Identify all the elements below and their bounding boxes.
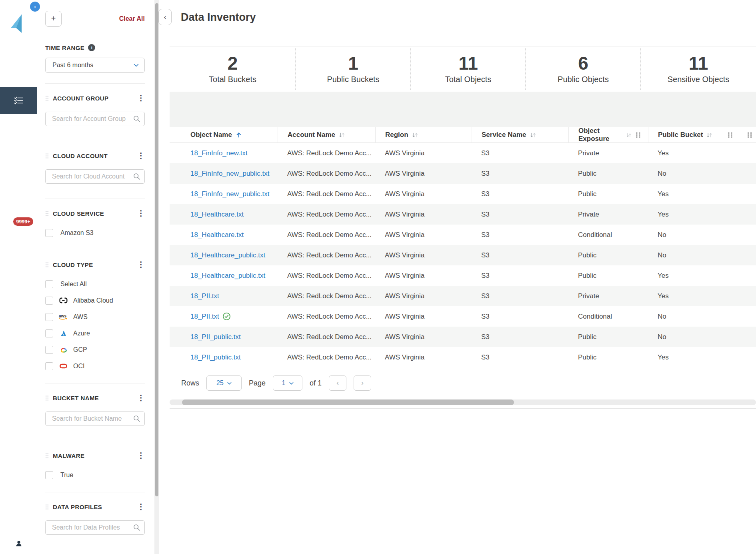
filter-search-input[interactable] xyxy=(45,520,145,535)
cell-region: AWS Virginia xyxy=(375,245,472,265)
kebab-menu-icon[interactable]: ⋮ xyxy=(137,395,145,401)
collapse-filter-panel-button[interactable]: ‹ xyxy=(158,9,172,25)
cell-account-name: AWS: RedLock Demo Acc... xyxy=(278,143,375,163)
cell-region: AWS Virginia xyxy=(375,347,472,367)
sidebar-item-compute[interactable] xyxy=(0,253,37,281)
sidebar-item-network[interactable] xyxy=(0,287,37,314)
cell-object-exposure: Private xyxy=(568,204,648,225)
filter-option-azure[interactable]: Azure xyxy=(45,325,145,341)
page-select[interactable]: 1 xyxy=(273,375,302,391)
filter-option-aws[interactable]: awsAWS xyxy=(45,309,145,325)
filter-search-input[interactable] xyxy=(45,112,145,126)
object-name-link[interactable]: 18_Healthcare.txt xyxy=(190,231,244,239)
previous-page-button[interactable]: ‹ xyxy=(329,375,346,391)
column-header-extra[interactable] xyxy=(740,127,756,143)
column-header-object-exposure[interactable]: Object Exposure xyxy=(568,127,648,143)
sidebar-item-search[interactable] xyxy=(0,120,37,147)
filter-option-select-all[interactable]: Select All xyxy=(45,276,145,292)
drag-handle-icon[interactable] xyxy=(45,395,49,401)
aws-icon: aws xyxy=(58,313,68,320)
stat-value: 11 xyxy=(458,54,478,72)
kebab-menu-icon[interactable]: ⋮ xyxy=(137,262,145,267)
kebab-menu-icon[interactable]: ⋮ xyxy=(137,211,145,216)
checkbox[interactable] xyxy=(45,229,53,237)
time-range-select[interactable]: Past 6 months xyxy=(45,58,145,73)
sidebar-item-inventory[interactable] xyxy=(0,87,37,114)
support-icon xyxy=(13,510,24,521)
object-name-link[interactable]: 18_Healthcare.txt xyxy=(190,211,244,219)
filter-option-gcp[interactable]: GCP xyxy=(45,341,145,358)
column-drag-handle-icon[interactable] xyxy=(635,131,642,138)
filter-search-input[interactable] xyxy=(45,411,145,426)
table-row: 18_PII.txt AWS: RedLock Demo Acc... AWS … xyxy=(170,306,756,327)
drag-handle-icon[interactable] xyxy=(45,95,49,101)
checkbox[interactable] xyxy=(45,362,53,370)
sidebar-item-profile[interactable] xyxy=(0,530,37,554)
object-name-link[interactable]: 18_PII_public.txt xyxy=(190,333,241,341)
rows-per-page-select[interactable]: 25 xyxy=(206,375,242,391)
add-filter-button[interactable]: + xyxy=(45,11,62,27)
column-header-object-name[interactable]: Object Name xyxy=(170,127,278,143)
column-header-public-bucket[interactable]: Public Bucket xyxy=(648,127,740,143)
filter-section-malware: MALWARE ⋮ True xyxy=(45,441,145,492)
kebab-menu-icon[interactable]: ⋮ xyxy=(137,504,145,510)
column-drag-handle-icon[interactable] xyxy=(746,131,753,138)
sidebar-item-compliance[interactable] xyxy=(0,154,37,181)
sidebar-item-reports[interactable] xyxy=(0,187,37,214)
checkbox[interactable] xyxy=(45,280,53,288)
kebab-menu-icon[interactable]: ⋮ xyxy=(137,453,145,458)
expand-panel-badge[interactable]: › xyxy=(30,2,40,12)
stat-total-buckets: 2 Total Buckets xyxy=(170,46,296,92)
time-range-filter: TIME RANGE i Past 6 months xyxy=(45,35,145,83)
cell-object-name: 18_Healthcare.txt xyxy=(170,225,278,245)
checkbox[interactable] xyxy=(45,346,53,354)
filter-option-alibaba-cloud[interactable]: Alibaba Cloud xyxy=(45,292,145,309)
option-label: Alibaba Cloud xyxy=(73,297,113,304)
cell-region: AWS Virginia xyxy=(375,286,472,306)
sidebar-item-access-keys[interactable] xyxy=(0,474,37,501)
object-name-link[interactable]: 18_Healthcare_public.txt xyxy=(190,272,265,280)
object-name-link[interactable]: 18_PII.txt xyxy=(190,313,219,321)
sidebar-item-support[interactable] xyxy=(0,502,37,529)
object-name-link[interactable]: 18_FinInfo_new_public.txt xyxy=(190,190,270,198)
filter-option-amazon-s3[interactable]: Amazon S3 xyxy=(45,225,145,241)
kebab-menu-icon[interactable]: ⋮ xyxy=(137,153,145,159)
drag-handle-icon[interactable] xyxy=(45,153,49,159)
drag-handle-icon[interactable] xyxy=(45,504,49,510)
sort-icon xyxy=(412,132,418,138)
column-header-service-name[interactable]: Service Name xyxy=(472,127,568,143)
info-icon[interactable]: i xyxy=(88,44,95,51)
next-page-button[interactable]: › xyxy=(354,375,371,391)
column-drag-handle-icon[interactable] xyxy=(727,131,734,138)
table-row: 18_Healthcare.txt AWS: RedLock Demo Acc.… xyxy=(170,225,756,245)
object-name-link[interactable]: 18_PII_public.txt xyxy=(190,353,241,361)
drag-handle-icon[interactable] xyxy=(45,453,49,459)
drag-handle-icon[interactable] xyxy=(45,211,49,217)
sidebar-item-settings[interactable] xyxy=(0,320,37,347)
checkbox[interactable] xyxy=(45,313,53,321)
checkbox[interactable] xyxy=(45,329,53,337)
scrollbar-thumb[interactable] xyxy=(182,399,514,405)
cell-region: AWS Virginia xyxy=(375,306,472,327)
column-header-region[interactable]: Region xyxy=(375,127,472,143)
filter-option-true[interactable]: True xyxy=(45,467,145,483)
cell-account-name: AWS: RedLock Demo Acc... xyxy=(278,306,375,327)
checkbox[interactable] xyxy=(45,297,53,305)
column-header-account-name[interactable]: Account Name xyxy=(278,127,375,143)
clear-all-filters-link[interactable]: Clear All xyxy=(119,15,145,22)
kebab-menu-icon[interactable]: ⋮ xyxy=(137,95,145,101)
scrollbar-thumb[interactable] xyxy=(155,3,158,496)
object-name-link[interactable]: 18_FinInfo_new_public.txt xyxy=(190,170,270,178)
stat-value: 2 xyxy=(228,54,238,72)
cell-service-name: S3 xyxy=(472,286,568,306)
cell-region: AWS Virginia xyxy=(375,163,472,184)
checkbox[interactable] xyxy=(45,471,53,479)
drag-handle-icon[interactable] xyxy=(45,262,49,268)
object-name-link[interactable]: 18_Healthcare_public.txt xyxy=(190,251,265,259)
object-name-link[interactable]: 18_PII.txt xyxy=(190,292,219,300)
object-name-link[interactable]: 18_FinInfo_new.txt xyxy=(190,149,248,157)
filter-option-oci[interactable]: OCI xyxy=(45,358,145,374)
cell-public-bucket: Yes xyxy=(648,347,740,367)
filter-search-input[interactable] xyxy=(45,169,145,184)
sidebar-item-dashboard[interactable] xyxy=(0,54,37,82)
